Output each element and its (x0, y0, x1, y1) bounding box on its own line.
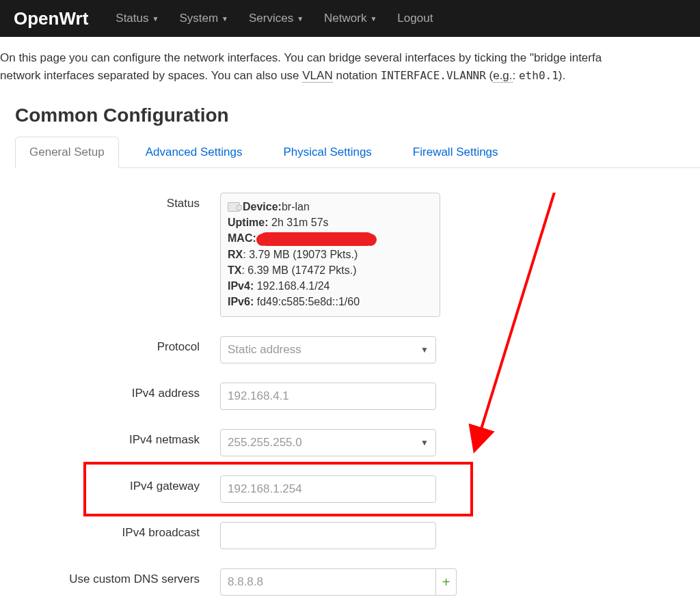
row-ipv4-address: IPv4 address (0, 383, 700, 410)
config-tabs: General Setup Advanced Settings Physical… (15, 137, 700, 168)
section-heading: Common Configuration (15, 105, 700, 126)
desc-line2b: notation (333, 69, 381, 82)
chevron-down-icon: ▼ (152, 15, 159, 23)
label-ipv4-gateway: IPv4 gateway (15, 475, 220, 493)
tab-firewall-settings[interactable]: Firewall Settings (399, 137, 513, 168)
row-status: Status Device: br-lan Uptime: 2h 31m 57s… (0, 193, 700, 317)
plus-icon: + (442, 575, 450, 590)
ipv4-broadcast-input[interactable] (220, 522, 436, 549)
status-uptime-label: Uptime: (228, 217, 269, 228)
status-mac-label: MAC: (228, 232, 256, 244)
code-eth01: eth0.1 (519, 69, 558, 82)
chevron-down-icon: ▼ (420, 438, 429, 447)
protocol-value: Static address (228, 343, 301, 357)
nav-network[interactable]: Network▼ (324, 12, 377, 25)
label-ipv4-broadcast: IPv4 broadcast (15, 522, 220, 540)
nav-status[interactable]: Status▼ (116, 12, 159, 25)
status-box: Device: br-lan Uptime: 2h 31m 57s MAC: R… (220, 193, 440, 317)
row-dns: Use custom DNS servers + (0, 568, 700, 596)
ipv4-address-input[interactable] (220, 383, 436, 410)
eg-abbr: e.g. (493, 69, 512, 83)
chevron-down-icon: ▼ (370, 15, 377, 23)
tab-general-setup[interactable]: General Setup (15, 137, 119, 168)
row-ipv4-broadcast: IPv4 broadcast (0, 522, 700, 549)
ipv4-gateway-input[interactable] (220, 475, 436, 503)
label-ipv4-address: IPv4 address (15, 383, 220, 400)
dns-input[interactable] (220, 568, 436, 596)
status-ipv6-value: fd49:c585:5e8d::1/60 (254, 296, 360, 307)
status-ipv4-label: IPv4: (228, 280, 254, 292)
row-ipv4-gateway: IPv4 gateway (0, 475, 700, 503)
device-icon (228, 202, 240, 212)
chevron-down-icon: ▼ (221, 15, 228, 23)
code-vlannr: INTERFACE.VLANNR (381, 69, 486, 82)
add-dns-button[interactable]: + (436, 568, 457, 596)
nav-services-label: Services (249, 12, 293, 25)
config-form: Status Device: br-lan Uptime: 2h 31m 57s… (0, 168, 700, 596)
status-tx-value: : 6.39 MB (17472 Pkts.) (241, 264, 356, 276)
nav-network-label: Network (324, 12, 366, 25)
label-ipv4-netmask: IPv4 netmask (15, 429, 220, 447)
status-rx-label: RX (228, 249, 243, 260)
vlan-abbr: VLAN (302, 69, 332, 83)
nav-system-label: System (179, 12, 218, 25)
nav-status-label: Status (116, 12, 148, 25)
status-uptime-value: 2h 31m 57s (269, 217, 329, 228)
label-dns: Use custom DNS servers (15, 568, 220, 586)
tab-physical-settings[interactable]: Physical Settings (269, 137, 386, 168)
page-description: On this page you can configure the netwo… (0, 37, 700, 84)
status-ipv6-label: IPv6: (228, 296, 254, 307)
label-protocol: Protocol (15, 336, 220, 354)
tab-advanced-settings[interactable]: Advanced Settings (131, 137, 257, 168)
desc-line2a: network interfaces separated by spaces. … (0, 69, 302, 82)
status-tx-label: TX (228, 264, 241, 276)
status-device-label: Device: (243, 199, 282, 215)
brand-logo[interactable]: OpenWrt (14, 8, 88, 29)
chevron-down-icon: ▼ (420, 345, 429, 355)
desc-line1: On this page you can configure the netwo… (0, 51, 602, 64)
nav-system[interactable]: System▼ (179, 12, 228, 25)
nav-services[interactable]: Services▼ (249, 12, 304, 25)
svg-line-0 (474, 193, 558, 451)
netmask-value: 255.255.255.0 (228, 436, 302, 450)
redacted-mac (259, 232, 374, 246)
top-navbar: OpenWrt Status▼ System▼ Services▼ Networ… (0, 0, 700, 37)
row-protocol: Protocol Static address ▼ (0, 336, 700, 363)
status-ipv4-value: 192.168.4.1/24 (254, 280, 329, 292)
label-status: Status (15, 193, 220, 210)
ipv4-netmask-select[interactable]: 255.255.255.0 ▼ (220, 429, 436, 456)
protocol-select[interactable]: Static address ▼ (220, 336, 436, 363)
status-rx-value: : 3.79 MB (19073 Pkts.) (243, 249, 358, 260)
status-device-value: br-lan (282, 199, 310, 215)
nav-logout[interactable]: Logout (397, 12, 433, 25)
row-ipv4-netmask: IPv4 netmask 255.255.255.0 ▼ (0, 429, 700, 456)
chevron-down-icon: ▼ (297, 15, 304, 23)
